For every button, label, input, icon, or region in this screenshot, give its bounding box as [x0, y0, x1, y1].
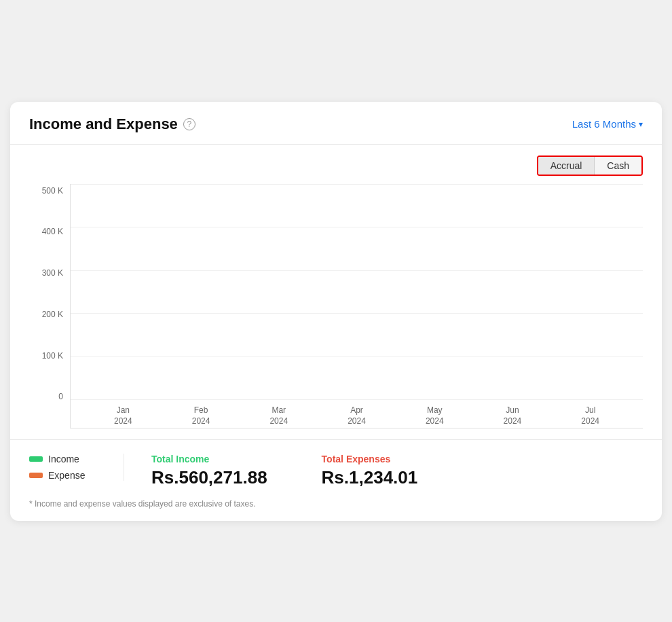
card-header: Income and Expense ? Last 6 Months ▾ [10, 102, 662, 145]
disclaimer: * Income and expense values displayed ar… [10, 499, 662, 521]
expense-label: Expense [48, 470, 85, 481]
total-expenses-value: Rs.1,234.01 [322, 467, 418, 488]
x-label: Apr2024 [318, 401, 396, 428]
y-label-100k: 100 K [42, 352, 63, 360]
period-selector[interactable]: Last 6 Months ▾ [572, 118, 643, 130]
y-label-200k: 200 K [42, 310, 63, 318]
x-label: Feb2024 [162, 401, 240, 428]
income-label: Income [48, 454, 79, 464]
y-label-500k: 500 K [42, 187, 63, 195]
bars-container [71, 184, 643, 401]
chart-area: 500 K 400 K 300 K 200 K 100 K 0 Jan2 [29, 184, 643, 428]
total-income-value: Rs.560,271.88 [151, 467, 267, 488]
expense-color-swatch [29, 473, 43, 478]
page-title: Income and Expense [29, 115, 178, 133]
x-label: Jul2024 [551, 401, 629, 428]
title-group: Income and Expense ? [29, 115, 195, 133]
x-label: May2024 [396, 401, 474, 428]
legend-income: Income [29, 454, 105, 464]
total-expenses-label: Total Expenses [322, 454, 418, 464]
x-label: Jun2024 [474, 401, 552, 428]
y-label-400k: 400 K [42, 227, 63, 236]
total-income-label: Total Income [151, 454, 267, 464]
x-label: Mar2024 [240, 401, 318, 428]
legend-summary: Income Expense Total Income Rs.560,271.8… [10, 440, 662, 499]
x-labels: Jan2024Feb2024Mar2024Apr2024May2024Jun20… [71, 401, 643, 428]
income-color-swatch [29, 456, 43, 462]
chart-inner: Jan2024Feb2024Mar2024Apr2024May2024Jun20… [70, 184, 643, 428]
y-axis: 500 K 400 K 300 K 200 K 100 K 0 [29, 184, 69, 428]
y-label-300k: 300 K [42, 269, 63, 277]
total-expenses-block: Total Expenses Rs.1,234.01 [295, 454, 445, 488]
income-expense-card: Income and Expense ? Last 6 Months ▾ Acc… [10, 102, 662, 521]
help-icon[interactable]: ? [183, 118, 195, 130]
accrual-button[interactable]: Accrual [538, 157, 595, 175]
y-label-0: 0 [58, 392, 63, 401]
period-label: Last 6 Months [572, 118, 636, 130]
x-label: Jan2024 [84, 401, 162, 428]
toggle-row: Accrual Cash [29, 156, 643, 176]
legend-expense: Expense [29, 470, 105, 481]
accrual-cash-toggle: Accrual Cash [537, 156, 643, 176]
cash-button[interactable]: Cash [595, 157, 641, 175]
legend: Income Expense [29, 454, 124, 481]
total-income-block: Total Income Rs.560,271.88 [124, 454, 295, 488]
card-body: Accrual Cash 500 K 400 K 300 K 200 K 100… [10, 145, 662, 428]
chevron-down-icon: ▾ [639, 120, 643, 129]
